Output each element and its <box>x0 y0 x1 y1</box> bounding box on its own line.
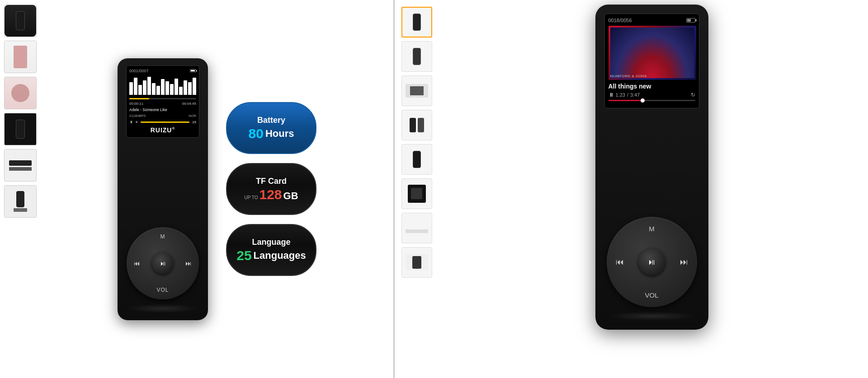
song-name-left: Adele - Someone Like <box>129 107 196 112</box>
device-reflection-right <box>607 312 697 321</box>
right-thumb-6[interactable] <box>401 178 432 209</box>
screen-time-right: ⏸ 1:23 / 3:47 ↻ <box>609 92 695 98</box>
vol-number-screen: 15 <box>192 120 196 124</box>
battery-right <box>686 18 695 23</box>
time-total-right: 3:47 <box>630 92 640 98</box>
next-button-right[interactable]: ⏭ <box>680 257 688 267</box>
battery-value: 80 <box>249 127 264 140</box>
right-thumb-inner-7 <box>403 215 430 241</box>
rt-dev-4b <box>418 118 424 132</box>
left-thumb-3[interactable] <box>4 77 37 109</box>
tf-value-row: UP TO 128 GB <box>244 188 298 202</box>
m-label-right[interactable]: M <box>649 225 655 233</box>
pause-icon-right: ⏸ <box>609 92 614 98</box>
rt-dev-6-screen <box>411 188 422 199</box>
right-thumb-8[interactable] <box>401 247 432 278</box>
prev-button-left[interactable]: ⏮ <box>134 260 140 267</box>
tf-prefix-col: UP TO <box>244 195 258 200</box>
right-thumb-3[interactable] <box>401 75 432 106</box>
registered-mark-left: ® <box>172 126 175 131</box>
thumb-acc-4 <box>14 208 27 212</box>
device-screen-left: 0001/0007 <box>126 65 199 138</box>
right-thumb-5[interactable] <box>401 144 432 175</box>
mode-left: NOR <box>189 114 196 118</box>
left-thumb-6[interactable] <box>4 185 37 218</box>
eq-bar-9 <box>165 81 169 95</box>
eq-bar-1 <box>129 82 133 95</box>
left-thumb-1[interactable] <box>4 5 37 37</box>
eq-bar-11 <box>175 79 178 95</box>
eq-bar-13 <box>184 80 187 95</box>
feature-badges: Battery 80 Hours TF Card UP TO 128 GB La… <box>226 102 316 276</box>
screen-info-row: 2116HBP5 NOR <box>129 114 196 118</box>
right-thumb-2[interactable] <box>401 41 432 72</box>
device-screen-right: 0018/0056 MUMFORD & SONS All things new <box>604 14 699 108</box>
right-thumb-4[interactable] <box>401 110 432 140</box>
time-separator: / <box>627 92 628 98</box>
vol-label-right: VOL <box>645 291 658 299</box>
thumb-mini-device-2 <box>16 120 25 139</box>
prev-button-right[interactable]: ⏮ <box>616 257 624 267</box>
thumb-person-shape <box>14 46 27 68</box>
battery-unit: Hours <box>265 128 294 140</box>
rt-device-8 <box>406 254 428 270</box>
thumb-accessories-2 <box>5 186 36 217</box>
progress-fill-right <box>609 100 642 101</box>
battery-icon-right <box>686 18 695 23</box>
battery-badge-title: Battery <box>257 116 285 125</box>
left-thumb-4[interactable] <box>4 113 37 145</box>
eq-bar-15 <box>193 78 196 95</box>
thumb-mini-device-1 <box>16 11 25 30</box>
screen-header-right: 0018/0056 <box>609 18 695 23</box>
right-thumb-inner-4 <box>403 112 430 138</box>
right-thumb-7[interactable] <box>401 213 432 243</box>
rt-device-7 <box>406 223 428 233</box>
mp3-device-right: 0018/0056 MUMFORD & SONS All things new <box>595 5 708 330</box>
left-thumb-2[interactable] <box>4 41 37 73</box>
rt-device-4 <box>410 118 424 132</box>
right-main-product: 0018/0056 MUMFORD & SONS All things new <box>440 5 863 330</box>
screen-controls-row: ⏸ ≡ 15 <box>129 120 196 124</box>
right-section: 0018/0056 MUMFORD & SONS All things new <box>395 0 868 378</box>
next-button-left[interactable]: ⏭ <box>185 260 192 267</box>
battery-value-row: 80 Hours <box>249 127 294 140</box>
lang-badge-title: Language <box>252 238 290 247</box>
tf-value: 128 <box>259 188 282 201</box>
bitrate-left: 2116HBP5 <box>129 114 146 118</box>
repeat-icon-right: ↻ <box>691 92 695 98</box>
eq-icon-screen: ≡ <box>136 120 138 124</box>
rt-device-1 <box>413 14 421 31</box>
play-pause-button-right[interactable]: ⏯ <box>638 248 665 275</box>
left-thumb-5[interactable] <box>4 149 37 182</box>
lang-value: 25 <box>236 249 251 262</box>
m-label-left[interactable]: M <box>160 233 165 240</box>
left-thumbnail-sidebar <box>0 0 41 378</box>
thumb-accessories <box>5 149 36 181</box>
vol-label-left: VOL <box>156 287 169 293</box>
rt-device-6 <box>408 185 426 203</box>
device-reflection-left <box>127 304 199 313</box>
right-thumb-inner-1 <box>404 9 430 35</box>
play-pause-button-left[interactable]: ⏯ <box>152 252 174 274</box>
album-art-background <box>610 28 694 78</box>
screen-times: 00:00:11 00:04:45 <box>129 102 196 106</box>
right-thumb-inner-2 <box>403 43 430 70</box>
progress-fill-left <box>129 98 149 99</box>
eq-bar-8 <box>161 79 165 95</box>
equalizer-bars <box>129 77 196 95</box>
time-elapsed-right: 1:23 <box>616 92 625 98</box>
time-total-left: 00:04:45 <box>182 102 196 106</box>
lang-value-row: 25 Languages <box>236 249 306 262</box>
battery-fill-left <box>191 70 195 71</box>
eq-bar-10 <box>170 84 174 95</box>
rt-device-3-inner <box>410 86 424 95</box>
play-pause-icon-left: ⏯ <box>160 260 166 267</box>
eq-bar-2 <box>134 78 137 95</box>
eq-bar-12 <box>179 87 183 95</box>
album-artist-label: MUMFORD & SONS <box>610 74 647 78</box>
rt-dev-7b <box>406 229 428 233</box>
right-thumb-1[interactable] <box>401 7 432 37</box>
nav-circle-right: M VOL ⏮ ⏯ ⏭ <box>607 217 697 307</box>
thumb-acc-1 <box>9 160 32 166</box>
album-art: MUMFORD & SONS <box>609 26 696 80</box>
